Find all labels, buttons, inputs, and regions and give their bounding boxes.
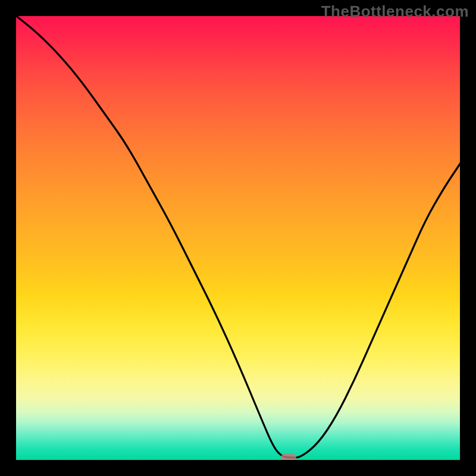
min-marker-pill: [281, 453, 296, 461]
watermark-text: TheBottleneck.com: [321, 2, 469, 21]
plot-area: [15, 15, 461, 461]
bottleneck-curve: [15, 15, 461, 461]
